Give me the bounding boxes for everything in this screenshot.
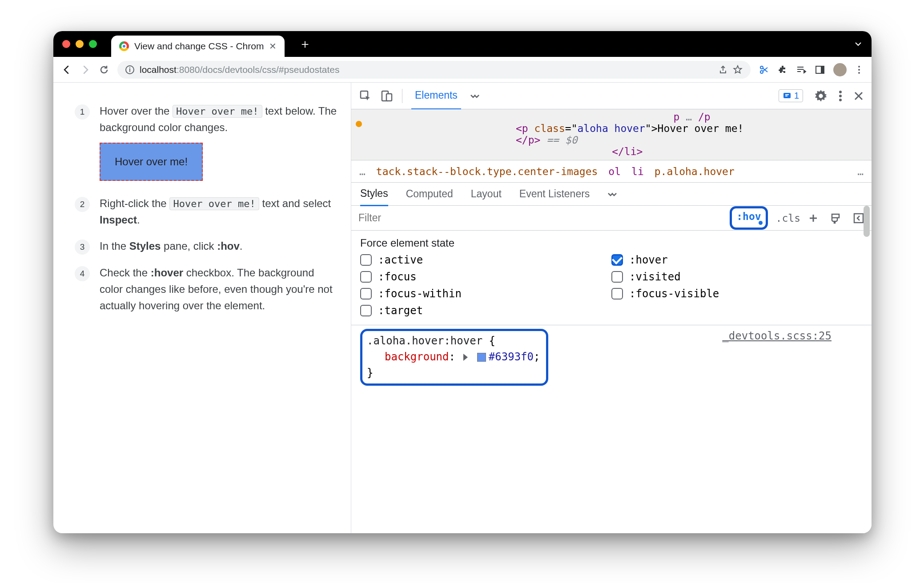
more-subtabs-icon[interactable] [607, 189, 617, 199]
svg-rect-14 [854, 214, 863, 223]
styles-filter-input[interactable] [358, 212, 722, 224]
crumb-ol[interactable]: ol [608, 166, 621, 177]
inspect-element-icon[interactable] [359, 90, 372, 102]
pseudo-state-indicator-icon [356, 121, 362, 127]
hover-demo-box[interactable]: Hover over me! [100, 143, 203, 180]
step-number: 2 [75, 197, 90, 212]
scrollbar[interactable] [864, 206, 870, 237]
devtools-toolbar: Elements 1 [351, 83, 872, 109]
styles-filter-row: :hov .cls [351, 206, 872, 231]
close-devtools-icon[interactable] [854, 91, 864, 101]
tab-title: View and change CSS - Chrom [134, 41, 264, 52]
state-hover-checkbox[interactable]: :hover [611, 254, 863, 266]
url-toolbar: i localhost:8080/docs/devtools/css/#pseu… [53, 57, 872, 83]
rule-source-link[interactable]: _devtools.scss:25 [722, 330, 832, 342]
force-state-title: Force element state [360, 237, 863, 249]
tab-overflow-icon[interactable] [854, 40, 863, 48]
step-3-text: In the Styles pane, click :hov. [100, 238, 337, 255]
step-number: 4 [75, 266, 90, 281]
close-window-button[interactable] [62, 40, 70, 48]
dom-closing-tag: </p> == $0 [365, 134, 872, 146]
minimize-window-button[interactable] [76, 40, 84, 48]
dom-collapsed-line: p … /p [365, 111, 872, 123]
extensions-icon[interactable] [777, 64, 788, 75]
step-1-text: Hover over the Hover over me! text below… [100, 103, 337, 185]
state-focus-visible-checkbox[interactable]: :focus-visible [611, 288, 863, 300]
new-tab-button[interactable]: ＋ [299, 36, 311, 52]
forward-button[interactable] [80, 64, 91, 75]
subtab-layout[interactable]: Layout [471, 188, 502, 200]
more-tabs-icon[interactable] [470, 91, 480, 101]
scissors-icon[interactable] [759, 64, 769, 75]
state-focus-within-checkbox[interactable]: :focus-within [360, 288, 611, 300]
svg-point-11 [839, 91, 842, 93]
state-focus-checkbox[interactable]: :focus [360, 271, 611, 283]
dom-selected-element[interactable]: <p class="aloha hover">Hover over me! [365, 123, 872, 134]
svg-point-6 [858, 72, 860, 74]
step-2-text: Right-click the Hover over me! text and … [100, 195, 337, 228]
page-content: 1 Hover over the Hover over me! text bel… [53, 83, 351, 533]
rule-property-value[interactable]: #6393f0 [489, 351, 534, 363]
bookmark-star-icon[interactable] [733, 65, 743, 75]
settings-gear-icon[interactable] [815, 90, 827, 102]
highlighted-rule: .aloha.hover:hover { background: #6393f0… [360, 329, 548, 386]
svg-point-13 [839, 99, 842, 101]
playlist-icon[interactable] [796, 64, 807, 75]
side-panel-icon[interactable] [815, 64, 825, 75]
rule-property-name[interactable]: background [385, 351, 449, 363]
address-bar[interactable]: i localhost:8080/docs/devtools/css/#pseu… [117, 61, 751, 79]
issues-button[interactable]: 1 [779, 89, 803, 102]
new-style-rule-icon[interactable] [808, 213, 818, 223]
crumb-dots[interactable]: … [359, 166, 366, 177]
profile-avatar[interactable] [833, 63, 847, 76]
svg-point-12 [839, 95, 842, 97]
devtools-panel: Elements 1 p … /p <p class="a [351, 83, 872, 533]
inline-code: Hover over me! [173, 105, 262, 118]
maximize-window-button[interactable] [89, 40, 97, 48]
close-tab-icon[interactable]: ✕ [269, 41, 277, 52]
svg-point-4 [858, 66, 860, 68]
breadcrumb[interactable]: … tack.stack--block.type.center-images o… [351, 160, 872, 183]
chrome-logo-icon [119, 41, 129, 51]
crumb-li[interactable]: li [631, 166, 644, 177]
crumb-selected[interactable]: p.aloha.hover [655, 166, 735, 177]
dom-tree[interactable]: p … /p <p class="aloha hover">Hover over… [351, 109, 872, 160]
share-icon[interactable] [719, 65, 727, 74]
browser-tab[interactable]: View and change CSS - Chrom ✕ [111, 36, 285, 57]
step-number: 3 [75, 240, 90, 255]
css-rule[interactable]: _devtools.scss:25 .aloha.hover:hover { b… [351, 325, 872, 395]
crumb-ancestor[interactable]: tack.stack--block.type.center-images [376, 166, 598, 177]
step-4-text: Check the :hover checkbox. The backgroun… [100, 264, 337, 314]
crumb-tail[interactable]: … [857, 166, 864, 177]
color-swatch-icon[interactable] [477, 353, 486, 362]
tab-elements[interactable]: Elements [411, 82, 461, 110]
subtab-styles[interactable]: Styles [360, 182, 388, 206]
rule-selector[interactable]: .aloha.hover:hover [367, 335, 482, 347]
svg-point-5 [858, 69, 860, 71]
paint-brush-icon[interactable] [830, 212, 841, 224]
reload-button[interactable] [99, 64, 109, 75]
state-visited-checkbox[interactable]: :visited [611, 271, 863, 283]
site-info-icon[interactable]: i [125, 65, 134, 74]
device-toggle-icon[interactable] [381, 90, 393, 102]
svg-rect-3 [821, 66, 824, 73]
step-number: 1 [75, 104, 90, 120]
titlebar: View and change CSS - Chrom ✕ ＋ [53, 31, 872, 57]
subtab-event-listeners[interactable]: Event Listeners [519, 188, 590, 200]
back-button[interactable] [61, 64, 72, 75]
browser-window: View and change CSS - Chrom ✕ ＋ i localh… [53, 31, 872, 533]
state-active-checkbox[interactable]: :active [360, 254, 611, 266]
force-element-state-section: Force element state :active :hover :focu… [351, 231, 872, 325]
styles-subtabs: Styles Computed Layout Event Listeners [351, 183, 872, 206]
devtools-menu-icon[interactable] [839, 90, 842, 102]
state-target-checkbox[interactable]: :target [360, 304, 611, 317]
chrome-menu-icon[interactable] [855, 65, 864, 74]
dom-following-line: </li> [365, 146, 872, 157]
toggle-hov-button[interactable]: :hov [730, 206, 767, 230]
expand-shorthand-icon[interactable] [463, 354, 468, 361]
toggle-cls-button[interactable]: .cls [776, 212, 800, 224]
computed-sidebar-icon[interactable] [853, 212, 864, 224]
inline-code: Hover over me! [169, 197, 259, 210]
svg-rect-9 [386, 94, 392, 101]
subtab-computed[interactable]: Computed [406, 188, 453, 200]
